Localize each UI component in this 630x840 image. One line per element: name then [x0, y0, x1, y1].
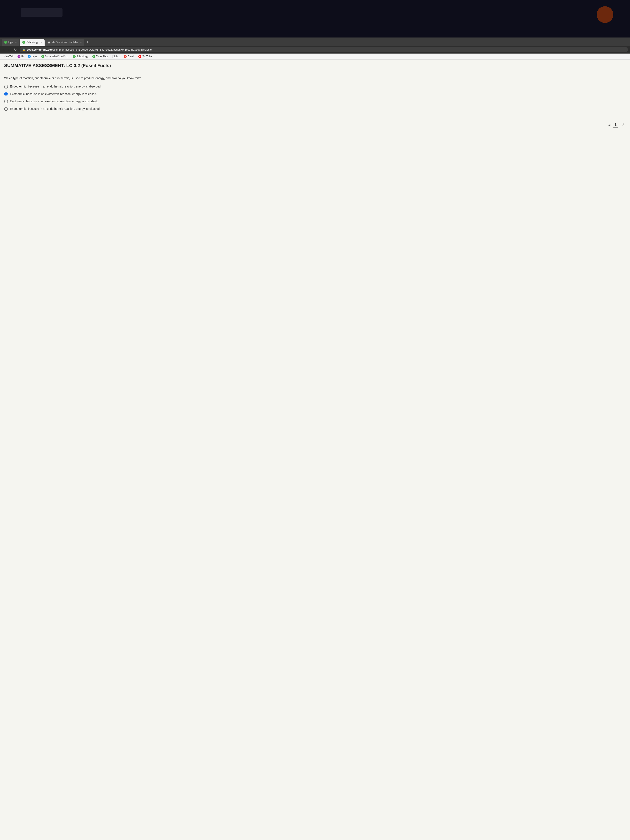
bookmark-bcps[interactable]: B bcps: [26, 54, 38, 58]
question-area: Which type of reaction, endothermic or e…: [0, 71, 630, 116]
bookmark-think-about-it-icon: S: [92, 55, 95, 58]
bookmark-show-what-label: Show What You Kn...: [45, 55, 68, 58]
bookmark-gmail-label: Gmail: [128, 55, 134, 58]
bookmark-new-tab[interactable]: New Tab: [2, 54, 15, 58]
refresh-button[interactable]: ↻: [13, 47, 18, 52]
bookmark-schoology[interactable]: S Schoology: [71, 54, 90, 58]
bookmark-pr-label: Pr: [21, 55, 24, 58]
address-domain: bcps.schoology.com: [27, 48, 53, 51]
main-content: SUMMATIVE ASSESSMENT: LC 3.2 (Fossil Fue…: [0, 60, 630, 840]
bookmark-show-what-icon: S: [41, 55, 44, 58]
tab-bartleby-label: My Questions | bartleby: [52, 41, 78, 44]
tab-logy-close[interactable]: ✕: [15, 41, 17, 44]
bookmark-think-about-it[interactable]: S Think About It | Sch...: [91, 54, 122, 58]
tab-bartleby-icon: B: [47, 41, 51, 44]
address-text: bcps.schoology.com/common-assessment-del…: [27, 48, 152, 51]
browser-chrome: S logy ✕ S Schoology ✕ B My Questions | …: [0, 38, 630, 60]
tab-logy-label: logy: [8, 41, 13, 44]
bookmark-think-about-it-label: Think About It | Sch...: [96, 55, 120, 58]
page-title-area: SUMMATIVE ASSESSMENT: LC 3.2 (Fossil Fue…: [0, 60, 630, 71]
radio-2-inner: [5, 93, 7, 95]
bookmark-new-tab-label: New Tab: [4, 55, 13, 58]
address-path: /common-assessment-delivery/start/575327…: [53, 48, 152, 51]
bookmark-gmail[interactable]: M Gmail: [122, 54, 136, 58]
radio-4[interactable]: [4, 107, 8, 111]
radio-1[interactable]: [4, 85, 8, 88]
page-title: SUMMATIVE ASSESSMENT: LC 3.2 (Fossil Fue…: [4, 63, 626, 68]
prev-page-button[interactable]: ◀: [608, 123, 610, 127]
tab-schoology-label: Schoology: [27, 41, 38, 44]
pagination: ◀ 1 2: [0, 116, 630, 134]
bookmark-gmail-icon: M: [124, 55, 127, 58]
bookmarks-bar: New Tab P Pr B bcps S Show What You Kn..…: [0, 54, 630, 60]
answer-option-1[interactable]: Endothermic, because in an endothermic r…: [4, 85, 626, 89]
answer-option-4[interactable]: Endothermic, because in an endothermic r…: [4, 107, 626, 111]
bookmark-show-what[interactable]: S Show What You Kn...: [39, 54, 70, 58]
page-2-button[interactable]: 2: [621, 122, 626, 128]
answer-options: Endothermic, because in an endothermic r…: [4, 85, 626, 111]
tab-bartleby[interactable]: B My Questions | bartleby ✕: [45, 39, 84, 46]
answer-option-2[interactable]: Exothermic, because in an exothermic rea…: [4, 92, 626, 96]
lock-icon: 🔒: [22, 48, 25, 51]
camera-background: [0, 0, 630, 38]
radio-2[interactable]: [4, 92, 8, 96]
option-1-text: Endothermic, because in an endothermic r…: [10, 85, 101, 89]
bookmark-youtube[interactable]: ▶ YouTube: [137, 54, 153, 58]
option-3-text: Exothermic, because in an exothermic rea…: [10, 99, 98, 104]
address-bar[interactable]: 🔒 bcps.schoology.com/common-assessment-d…: [20, 47, 628, 52]
tab-bartleby-close[interactable]: ✕: [80, 41, 82, 44]
tab-schoology-close[interactable]: ✕: [40, 41, 42, 44]
back-button[interactable]: ‹: [2, 47, 6, 52]
tab-schoology[interactable]: S Schoology ✕: [20, 39, 44, 46]
forward-button[interactable]: ›: [7, 47, 11, 52]
question-text: Which type of reaction, endothermic or e…: [4, 76, 626, 81]
tab-logy-icon: S: [4, 41, 7, 44]
bookmark-youtube-label: YouTube: [142, 55, 152, 58]
tab-bar: S logy ✕ S Schoology ✕ B My Questions | …: [0, 38, 630, 46]
bookmark-pr[interactable]: P Pr: [16, 54, 25, 58]
bookmark-youtube-icon: ▶: [138, 55, 141, 58]
bookmark-schoology-icon: S: [73, 55, 76, 58]
radio-3[interactable]: [4, 99, 8, 103]
tab-schoology-icon: S: [22, 41, 25, 44]
answer-option-3[interactable]: Exothermic, because in an exothermic rea…: [4, 99, 626, 104]
tab-logy[interactable]: S logy ✕: [2, 39, 19, 46]
address-bar-row: ‹ › ↻ 🔒 bcps.schoology.com/common-assess…: [0, 46, 630, 54]
option-2-text: Exothermic, because in an exothermic rea…: [10, 92, 97, 96]
option-4-text: Endothermic, because in an endothermic r…: [10, 107, 100, 111]
page-1-button[interactable]: 1: [613, 122, 618, 128]
bookmark-schoology-label: Schoology: [76, 55, 88, 58]
bookmark-bcps-icon: B: [28, 55, 31, 58]
bookmark-pr-icon: P: [17, 55, 21, 58]
new-tab-button[interactable]: +: [85, 40, 90, 44]
bookmark-bcps-label: bcps: [32, 55, 37, 58]
